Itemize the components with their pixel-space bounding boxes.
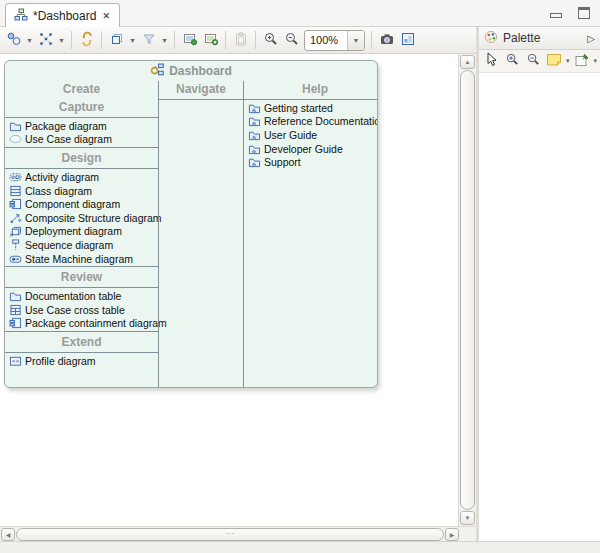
arrange-icon <box>38 31 54 50</box>
add-element-button[interactable] <box>3 29 24 51</box>
horizontal-scrollbar-thumb[interactable]: ⋯ <box>16 528 444 541</box>
item-label: Reference Documentation <box>264 115 378 127</box>
dashboard-item-documentation-table[interactable]: Documentation table <box>5 289 158 303</box>
activity-icon <box>8 170 22 183</box>
dashboard-item-getting-started[interactable]: Getting started <box>244 101 378 115</box>
chevron-down-icon: ▾ <box>354 36 358 45</box>
zoom-combo-dropdown[interactable]: ▾ <box>347 31 364 50</box>
dashboard-item-user-guide[interactable]: User Guide <box>244 128 378 142</box>
navigate-column: Navigate <box>158 81 243 387</box>
dashboard-item-class-diagram[interactable]: Class diagram <box>5 184 158 198</box>
palette-body[interactable] <box>479 73 600 541</box>
navigate-column-header: Navigate <box>159 81 243 98</box>
palette-header[interactable]: Palette ▷ <box>479 27 600 50</box>
item-label: State Machine diagram <box>25 253 133 265</box>
dashboard-panel[interactable]: Dashboard Create CapturePackage diagramU… <box>4 60 378 388</box>
item-label: Developer Guide <box>264 143 343 155</box>
class-icon <box>8 184 22 197</box>
scroll-right-button[interactable]: ▶ <box>445 528 459 541</box>
diagram-canvas[interactable]: Dashboard Create CapturePackage diagramU… <box>0 54 458 526</box>
component-icon <box>8 317 22 330</box>
copy-appearance-dropdown[interactable]: ▾ <box>127 29 138 51</box>
arrange-dropdown[interactable]: ▾ <box>56 29 67 51</box>
select-tool-button[interactable] <box>481 51 501 72</box>
scroll-down-icon: ▼ <box>465 515 471 521</box>
note-tool-button[interactable] <box>544 51 564 72</box>
section-header-capture: Capture <box>5 98 158 116</box>
dashboard-item-package-containment-diagram[interactable]: Package containment diagram <box>5 317 158 331</box>
snapshot-button[interactable] <box>376 29 397 51</box>
scroll-right-icon: ▶ <box>450 531 455 538</box>
scroll-up-button[interactable]: ▲ <box>460 55 475 69</box>
dashboard-item-developer-guide[interactable]: Developer Guide <box>244 142 378 156</box>
arrange-button[interactable] <box>35 29 56 51</box>
separator <box>5 147 158 148</box>
dashboard-item-sequence-diagram[interactable]: Sequence diagram <box>5 238 158 252</box>
dashboard-columns: Create CapturePackage diagramUse Case di… <box>5 81 377 387</box>
dashboard-item-use-case-cross-table[interactable]: Use Case cross table <box>5 303 158 317</box>
create-column: Create CapturePackage diagramUse Case di… <box>5 81 158 387</box>
dashboard-item-profile-diagram[interactable]: «»Profile diagram <box>5 354 158 368</box>
horizontal-scrollbar[interactable]: ◀ ⋯ ▶ <box>0 526 476 541</box>
zoom-level-value[interactable]: 100% <box>305 34 347 46</box>
component-icon <box>8 198 22 211</box>
fit-to-window-button[interactable] <box>397 29 418 51</box>
palette-zoom-in-button[interactable] <box>502 51 522 72</box>
dashboard-item-use-case-diagram[interactable]: Use Case diagram <box>5 133 158 147</box>
profile-icon: «» <box>8 354 22 367</box>
dashboard-item-activity-diagram[interactable]: Activity diagram <box>5 170 158 184</box>
item-label: Getting started <box>264 102 333 114</box>
vertical-scrollbar[interactable]: ▲ ▼ <box>458 54 476 526</box>
copy-icon <box>109 31 125 50</box>
section-header-extend: Extend <box>5 333 158 351</box>
table-icon <box>8 303 22 316</box>
dashboard-item-package-diagram[interactable]: Package diagram <box>5 119 158 133</box>
chevron-down-icon: ▾ <box>162 36 166 45</box>
dashboard-item-component-diagram[interactable]: Component diagram <box>5 197 158 211</box>
zoom-in-button[interactable] <box>260 29 281 51</box>
dashboard-item-composite-structure-diagram[interactable]: Composite Structure diagram <box>5 211 158 225</box>
copy-image-button[interactable] <box>179 29 200 51</box>
scroll-left-button[interactable]: ◀ <box>1 528 15 541</box>
dashboard-item-reference-documentation[interactable]: Reference Documentation <box>244 115 378 129</box>
tab-dashboard[interactable]: *Dashboard ✕ <box>5 3 120 27</box>
copy-appearance-button[interactable] <box>106 29 127 51</box>
item-label: Component diagram <box>25 198 120 210</box>
vertical-scrollbar-thumb[interactable] <box>460 70 475 510</box>
filter-dropdown[interactable]: ▾ <box>159 29 170 51</box>
item-label: Deployment diagram <box>25 225 122 237</box>
scroll-down-button[interactable]: ▼ <box>460 511 475 525</box>
shortcut-tool-dropdown[interactable]: ▾ <box>593 57 599 65</box>
item-label: Use Case cross table <box>25 304 125 316</box>
item-label: Activity diagram <box>25 171 99 183</box>
main-area: ▾ ▾ ▾ ▾ <box>0 27 600 541</box>
item-label: User Guide <box>264 129 317 141</box>
scrollbar-corner <box>459 528 475 541</box>
add-image-button[interactable] <box>200 29 221 51</box>
close-icon[interactable]: ✕ <box>101 11 111 21</box>
paste-button[interactable] <box>230 29 251 51</box>
dashboard-item-deployment-diagram[interactable]: Deployment diagram <box>5 225 158 239</box>
filter-button[interactable] <box>138 29 159 51</box>
zoom-in-icon <box>263 31 279 50</box>
editor-tabbar: *Dashboard ✕ <box>0 0 600 27</box>
dashboard-item-state-machine-diagram[interactable]: State Machine diagram <box>5 252 158 266</box>
add-element-dropdown[interactable]: ▾ <box>24 29 35 51</box>
synchronize-button[interactable] <box>76 29 97 51</box>
maximize-icon[interactable] <box>578 7 590 19</box>
zoom-level-combo[interactable]: 100% ▾ <box>304 30 365 51</box>
palette-expand-icon[interactable]: ▷ <box>587 33 595 44</box>
item-label: Profile diagram <box>25 355 96 367</box>
shortcut-tool-button[interactable] <box>572 51 592 72</box>
palette-zoom-out-button[interactable] <box>523 51 543 72</box>
minimize-icon[interactable] <box>550 13 562 18</box>
help-column-header: Help <box>244 81 378 98</box>
cursor-icon <box>485 52 498 70</box>
dashboard-item-support[interactable]: Support <box>244 155 378 169</box>
add-element-icon <box>6 31 22 50</box>
camera-icon <box>379 31 395 50</box>
help-column-body: Getting startedReference DocumentationUs… <box>244 101 378 169</box>
zoom-out-button[interactable] <box>281 29 302 51</box>
folder-icon <box>8 290 22 303</box>
note-tool-dropdown[interactable]: ▾ <box>565 57 571 65</box>
